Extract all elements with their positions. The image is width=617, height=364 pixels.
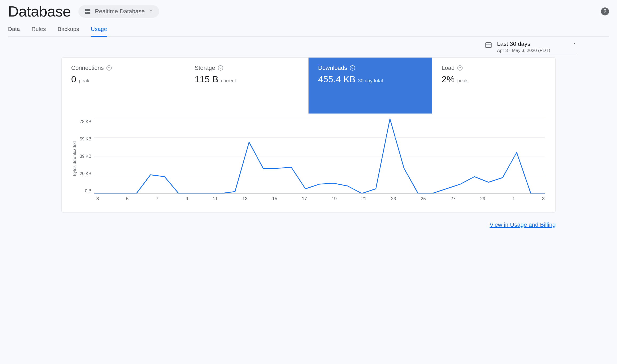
database-selector-label: Realtime Database: [95, 8, 145, 15]
metric-value: 2%: [442, 74, 455, 84]
metric-title: Connections: [71, 64, 104, 71]
tab-backups[interactable]: Backups: [58, 25, 79, 37]
tab-usage[interactable]: Usage: [91, 25, 107, 37]
help-icon[interactable]: ?: [601, 7, 609, 15]
metric-title: Storage: [195, 64, 215, 71]
svg-rect-4: [486, 43, 491, 48]
info-icon[interactable]: ?: [106, 65, 112, 71]
date-range-label: Last 30 days: [497, 41, 530, 47]
svg-rect-1: [85, 12, 90, 14]
y-tick: 20 KB: [80, 171, 91, 176]
metric-title: Load: [442, 64, 455, 71]
metric-load[interactable]: Load ? 2% peak: [432, 58, 555, 114]
metric-value: 115 B: [195, 74, 218, 84]
info-icon[interactable]: ?: [218, 65, 223, 71]
y-tick: 78 KB: [80, 119, 91, 124]
grid-line: [94, 175, 545, 175]
usage-card: Connections ? 0 peak Storage ? 115 B cur…: [61, 57, 556, 212]
y-axis-label: Bytes downloaded: [72, 119, 77, 193]
metric-title: Downloads: [318, 64, 347, 71]
metric-downloads[interactable]: Downloads ? 455.4 KB 30 day total: [308, 58, 432, 114]
metric-value: 455.4 KB: [318, 74, 355, 84]
date-range-dropdown[interactable]: Last 30 days Apr 3 - May 3, 2020 (PDT): [497, 41, 577, 55]
view-usage-billing-link[interactable]: View in Usage and Billing: [490, 221, 556, 228]
metric-sublabel: peak: [79, 78, 89, 84]
metric-sublabel: peak: [457, 78, 468, 84]
y-tick: 0 B: [85, 189, 91, 193]
grid-line: [94, 193, 545, 194]
y-tick: 39 KB: [80, 154, 91, 159]
dropdown-caret-icon: [572, 41, 577, 47]
metric-value: 0: [71, 74, 76, 84]
date-range-detail: Apr 3 - May 3, 2020 (PDT): [497, 48, 577, 53]
metric-storage[interactable]: Storage ? 115 B current: [185, 58, 308, 114]
tabs: Data Rules Backups Usage: [8, 25, 609, 37]
y-axis-ticks: 78 KB59 KB39 KB20 KB0 B: [80, 119, 91, 193]
tab-rules[interactable]: Rules: [31, 25, 46, 37]
calendar-icon: [485, 41, 492, 50]
chart-area: Bytes downloaded 78 KB59 KB39 KB20 KB0 B…: [62, 114, 555, 212]
info-icon[interactable]: ?: [457, 65, 463, 71]
y-tick: 59 KB: [80, 137, 91, 141]
dropdown-caret-icon: [149, 9, 153, 14]
database-icon: [84, 8, 91, 15]
grid-line: [94, 137, 545, 138]
x-axis-ticks: 35791113151719212325272913: [99, 196, 545, 201]
grid-line: [94, 156, 545, 156]
metrics-row: Connections ? 0 peak Storage ? 115 B cur…: [62, 58, 555, 114]
grid-line: [94, 119, 545, 119]
date-range-selector: Last 30 days Apr 3 - May 3, 2020 (PDT): [8, 41, 577, 55]
header: Database Realtime Database ?: [8, 3, 609, 20]
database-selector[interactable]: Realtime Database: [78, 5, 159, 18]
info-icon[interactable]: ?: [350, 65, 355, 71]
metric-sublabel: current: [221, 78, 236, 84]
metric-sublabel: 30 day total: [358, 78, 383, 84]
svg-rect-0: [85, 9, 90, 11]
svg-point-3: [86, 13, 87, 13]
tab-data[interactable]: Data: [8, 25, 20, 37]
metric-connections[interactable]: Connections ? 0 peak: [62, 58, 185, 114]
chart-plot: [94, 119, 545, 193]
page-title: Database: [8, 3, 71, 20]
svg-point-2: [86, 10, 87, 10]
